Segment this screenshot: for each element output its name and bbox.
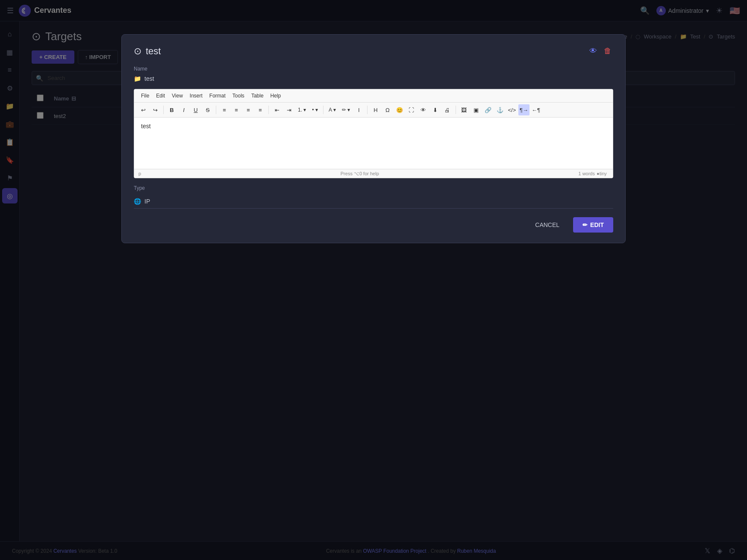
menu-edit[interactable]: Edit [153, 91, 168, 100]
toolbar-sep-6 [456, 106, 456, 114]
image-button[interactable]: 🖼 [459, 104, 470, 115]
editor-text: test [141, 123, 151, 130]
editor-content[interactable]: test [134, 118, 613, 169]
align-justify-button[interactable]: ≡ [255, 104, 266, 115]
ordered-list-button[interactable]: 1. ▾ [295, 104, 309, 115]
align-right-button[interactable]: ≡ [243, 104, 254, 115]
emoji-button[interactable]: 😊 [394, 104, 405, 115]
align-left-button[interactable]: ≡ [219, 104, 230, 115]
modal-overlay: ⊙ test 👁 🗑 Name 📁 test File Edit View [0, 0, 747, 560]
align-center-button[interactable]: ≡ [231, 104, 242, 115]
editor-menubar: File Edit View Insert Format Tools Table… [134, 89, 613, 103]
font-color-button[interactable]: A ▾ [326, 104, 338, 115]
rtl-button[interactable]: ←¶ [530, 104, 541, 115]
bold-button[interactable]: B [166, 104, 177, 115]
view-button[interactable]: 👁 [588, 45, 599, 57]
unordered-list-button[interactable]: • ▾ [309, 104, 321, 115]
tiny-logo: ●tiny [597, 171, 609, 177]
tinymce-editor[interactable]: File Edit View Insert Format Tools Table… [134, 89, 613, 178]
type-label: Type [134, 185, 613, 191]
folder-icon: 📁 [134, 75, 141, 82]
svg-text:●tiny: ●tiny [597, 171, 607, 176]
name-text: test [144, 75, 154, 82]
editor-statusbar: p Press ⌥0 for help 1 words ●tiny [134, 169, 613, 178]
globe-icon: 🌐 [134, 198, 141, 205]
edit-button[interactable]: ✏ EDIT [573, 217, 613, 233]
modal-footer: CANCEL ✏ EDIT [134, 217, 613, 233]
italic-button[interactable]: I [178, 104, 189, 115]
editor-hint: Press ⌥0 for help [341, 171, 379, 177]
word-count: 1 words [578, 171, 595, 176]
type-field-group: Type 🌐 IP [134, 185, 613, 209]
outdent-button[interactable]: ⇤ [271, 104, 282, 115]
undo-button[interactable]: ↩ [138, 104, 149, 115]
edit-icon: ✏ [582, 221, 588, 228]
redo-button[interactable]: ↪ [150, 104, 161, 115]
toolbar-sep-4 [323, 106, 324, 114]
menu-tools[interactable]: Tools [229, 91, 248, 100]
ltr-button[interactable]: ¶→ [518, 104, 529, 115]
tiny-branding: 1 words ●tiny [578, 171, 609, 177]
name-label: Name [134, 66, 613, 72]
menu-view[interactable]: View [168, 91, 186, 100]
type-value: 🌐 IP [134, 195, 613, 209]
modal-title: ⊙ test [134, 46, 161, 57]
code-button[interactable]: </> [506, 104, 518, 115]
delete-button[interactable]: 🗑 [602, 45, 613, 57]
editor-element-indicator: p [138, 171, 141, 176]
strikethrough-button[interactable]: S [202, 104, 213, 115]
print-button[interactable]: 🖨 [442, 104, 453, 115]
menu-format[interactable]: Format [206, 91, 229, 100]
edit-label: EDIT [590, 221, 604, 228]
editor-toolbar: ↩ ↪ B I U S ≡ ≡ ≡ ≡ ⇤ ⇥ 1. ▾ • ▾ A ▾ ✏ ▾ [134, 103, 613, 118]
modal-actions: 👁 🗑 [588, 45, 613, 57]
heading-button[interactable]: H [370, 104, 381, 115]
special-chars-button[interactable]: Ω [382, 104, 393, 115]
modal-header: ⊙ test 👁 🗑 [134, 45, 613, 57]
toolbar-sep-2 [216, 106, 216, 114]
type-text: IP [144, 198, 150, 205]
toolbar-sep-1 [163, 106, 164, 114]
underline-button[interactable]: U [190, 104, 201, 115]
target-detail-modal: ⊙ test 👁 🗑 Name 📁 test File Edit View [121, 34, 626, 243]
toolbar-sep-5 [367, 106, 368, 114]
fullscreen-button[interactable]: ⛶ [406, 104, 417, 115]
anchor-button[interactable]: ⚓ [494, 104, 506, 115]
menu-help[interactable]: Help [267, 91, 285, 100]
superscript-button[interactable]: I [353, 104, 365, 115]
menu-table[interactable]: Table [248, 91, 267, 100]
menu-file[interactable]: File [138, 91, 153, 100]
modal-title-icon: ⊙ [134, 46, 141, 57]
name-field: Name 📁 test [134, 66, 613, 82]
name-value: 📁 test [134, 75, 613, 82]
menu-insert[interactable]: Insert [186, 91, 206, 100]
bg-color-button[interactable]: ✏ ▾ [339, 104, 353, 115]
toolbar-sep-3 [268, 106, 269, 114]
indent-button[interactable]: ⇥ [283, 104, 294, 115]
save-button[interactable]: ⬇ [430, 104, 441, 115]
cancel-button[interactable]: CANCEL [526, 217, 568, 233]
media-button[interactable]: ▣ [471, 104, 482, 115]
modal-title-text: test [146, 46, 161, 57]
link-button[interactable]: 🔗 [482, 104, 494, 115]
preview-button[interactable]: 👁 [418, 104, 429, 115]
